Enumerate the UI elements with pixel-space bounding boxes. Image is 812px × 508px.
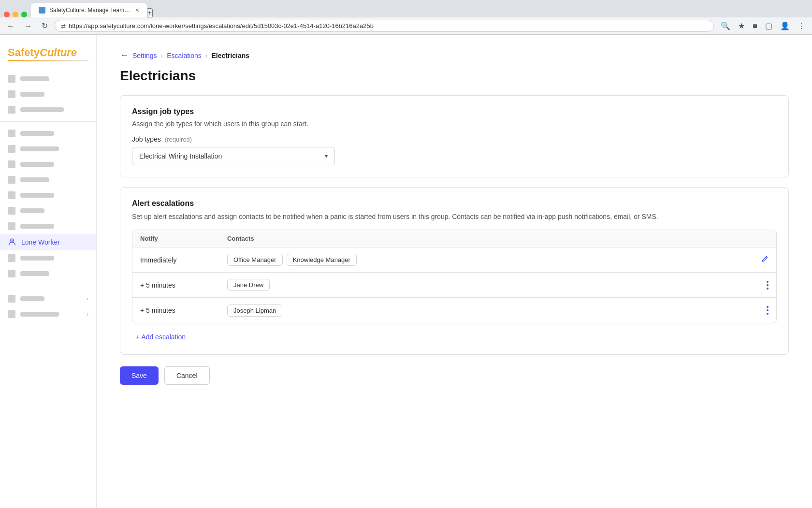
alert-escalations-card: Alert escalations Set up alert escalatio…	[120, 187, 789, 355]
sidebar-text-11	[20, 256, 54, 261]
breadcrumb-back-arrow[interactable]: ←	[120, 50, 129, 60]
contact-badge-joseph-lipman: Joseph Lipman	[227, 305, 282, 317]
escalation-contacts-1: Jane Drew	[219, 273, 757, 297]
save-button[interactable]: Save	[120, 366, 159, 385]
logo-culture: Culture	[40, 46, 77, 58]
close-traffic-light[interactable]	[4, 12, 10, 17]
close-tab-button[interactable]: ×	[135, 6, 139, 14]
header-notify: Notify	[132, 230, 219, 247]
escalation-actions-2	[757, 304, 776, 317]
edit-icon	[761, 255, 768, 263]
fullscreen-traffic-light[interactable]	[21, 12, 27, 17]
forward-button[interactable]: →	[21, 20, 35, 32]
more-options-button-1[interactable]	[765, 279, 770, 291]
sidebar-text-7	[20, 177, 49, 182]
breadcrumb: ← Settings › Escalations › Electricians	[120, 50, 789, 60]
tab-favicon	[39, 7, 45, 14]
assign-job-types-title: Assign job types	[132, 107, 777, 116]
job-types-dropdown[interactable]: Electrical Wiring Installation ▾	[132, 147, 335, 165]
more-options-button-2[interactable]	[765, 304, 770, 317]
sidebar-icon-10	[8, 222, 15, 230]
contact-badge-knowledge-manager: Knowledge Manager	[287, 254, 357, 266]
contact-badge-jane-drew: Jane Drew	[227, 279, 270, 291]
escalation-row-2: + 5 minutes Joseph Lipman	[132, 298, 776, 323]
sidebar-icon-4	[8, 130, 15, 137]
app-layout: SafetyCulture	[0, 35, 812, 508]
escalation-table: Notify Contacts Immediately Office Manag…	[132, 230, 777, 323]
minimize-traffic-light[interactable]	[13, 12, 18, 17]
back-button[interactable]: ←	[4, 20, 17, 32]
traffic-lights	[4, 12, 27, 17]
sidebar-text-4	[20, 131, 54, 136]
sidebar-placeholder-9	[0, 203, 96, 218]
cancel-button[interactable]: Cancel	[164, 366, 210, 385]
logo-text: SafetyCulture	[8, 46, 88, 59]
profile-button[interactable]: 👤	[777, 19, 793, 32]
escalation-notify-0: Immediately	[132, 250, 219, 270]
sidebar-icon-5	[8, 145, 15, 153]
dot-2-1	[767, 306, 768, 308]
sidebar-icon-6	[8, 160, 15, 168]
reload-button[interactable]: ↻	[39, 19, 51, 32]
svg-point-1	[12, 240, 13, 241]
sidebar-icon-7	[8, 176, 15, 184]
job-types-required: (required)	[165, 136, 192, 143]
sidebar-bottom-item-1[interactable]: ›	[0, 291, 96, 306]
sidebar-item-lone-worker[interactable]: Lone Worker	[0, 234, 96, 250]
breadcrumb-sep-2: ›	[205, 52, 208, 59]
escalation-notify-1: + 5 minutes	[132, 276, 219, 295]
logo-underline	[8, 60, 88, 61]
header-contacts: Contacts	[219, 230, 776, 247]
sidebar-bottom-icon-2	[8, 310, 15, 318]
sidebar-placeholder-3	[0, 102, 96, 117]
extension-button[interactable]: ■	[750, 19, 760, 32]
alert-escalations-title: Alert escalations	[132, 199, 777, 208]
dot-1-2	[767, 284, 768, 286]
address-bar-icon: ⇄	[61, 23, 66, 29]
zoom-button[interactable]: 🔍	[718, 19, 733, 32]
sidebar-text-10	[20, 224, 54, 229]
add-escalation-button[interactable]: + Add escalation	[132, 331, 189, 343]
sidebar-bottom-item-2[interactable]: ›	[0, 306, 96, 322]
browser-chrome: SafetyCulture: Manage Teams and... × + ←…	[0, 0, 812, 35]
sidebar-icon-12	[8, 270, 15, 277]
url-text: https://app.safetyculture.com/lone-worke…	[69, 22, 374, 29]
breadcrumb-escalations[interactable]: Escalations	[167, 52, 202, 59]
cast-button[interactable]: ▢	[762, 19, 775, 32]
browser-toolbar: ← → ↻ ⇄ https://app.safetyculture.com/lo…	[0, 17, 812, 35]
sidebar-text-2	[20, 92, 44, 97]
address-bar[interactable]: ⇄ https://app.safetyculture.com/lone-wor…	[55, 20, 714, 32]
sidebar-icon-11	[8, 254, 15, 262]
escalation-contacts-2: Joseph Lipman	[219, 299, 757, 322]
add-escalation-label: + Add escalation	[136, 333, 186, 341]
sidebar-text-12	[20, 271, 49, 276]
sidebar-placeholder-10	[0, 218, 96, 234]
sidebar-text-1	[20, 76, 49, 81]
edit-escalation-button-0[interactable]	[759, 253, 770, 267]
lone-worker-icon	[8, 238, 16, 247]
escalation-actions-0	[757, 253, 776, 267]
job-types-label: Job types (required)	[132, 135, 777, 143]
sidebar-logo: SafetyCulture	[0, 43, 96, 71]
sidebar-bottom-icon-1	[8, 295, 15, 303]
sidebar-text-6	[20, 162, 54, 167]
sidebar-placeholder-5	[0, 141, 96, 157]
escalation-table-header: Notify Contacts	[132, 230, 776, 247]
bookmark-button[interactable]: ★	[735, 19, 748, 32]
sidebar-icon-9	[8, 207, 15, 215]
new-tab-button[interactable]: +	[147, 8, 153, 17]
sidebar-text-3	[20, 107, 64, 112]
escalation-row-1: + 5 minutes Jane Drew	[132, 273, 776, 298]
menu-button[interactable]: ⋮	[795, 19, 808, 32]
sidebar-arrow-2: ›	[87, 311, 88, 318]
breadcrumb-settings[interactable]: Settings	[132, 52, 157, 59]
escalation-contacts-0: Office Manager Knowledge Manager	[219, 248, 757, 272]
dot-1-1	[767, 281, 768, 283]
sidebar-text-8	[20, 193, 54, 198]
footer-buttons: Save Cancel	[120, 366, 789, 385]
sidebar-placeholder-4	[0, 126, 96, 141]
assign-job-types-description: Assign the job types for which users in …	[132, 120, 777, 128]
tab-bar: SafetyCulture: Manage Teams and... × +	[0, 0, 812, 17]
escalation-actions-1	[757, 279, 776, 291]
active-browser-tab[interactable]: SafetyCulture: Manage Teams and... ×	[31, 3, 147, 17]
